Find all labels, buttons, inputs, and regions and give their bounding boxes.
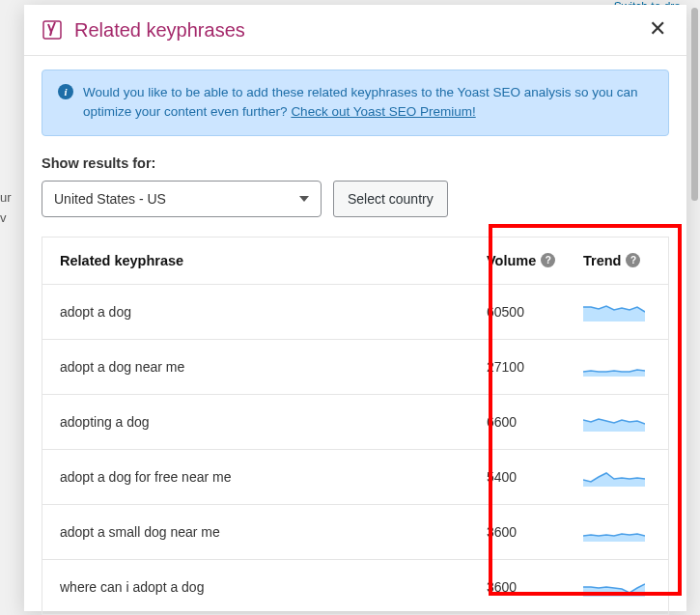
keyphrase-cell: adopt a dog for free near me (60, 469, 487, 485)
trend-chart-icon (583, 522, 645, 542)
trend-cell (583, 412, 651, 432)
volume-cell: 3600 (487, 579, 583, 595)
scrollbar[interactable] (691, 8, 698, 201)
info-banner: i Would you like to be able to add these… (42, 70, 669, 136)
keyphrase-cell: adopting a dog (60, 414, 487, 430)
related-keyphrases-modal: Related keyphrases ✕ i Would you like to… (24, 5, 686, 611)
keyphrase-cell: adopt a dog (60, 304, 487, 320)
help-icon[interactable]: ? (541, 253, 555, 267)
keyphrase-cell: adopt a small dog near me (60, 524, 487, 540)
keyphrase-cell: adopt a dog near me (60, 359, 487, 375)
table-row[interactable]: adopt a dog near me 27100 (42, 340, 668, 395)
trend-cell (583, 577, 651, 597)
modal-body: i Would you like to be able to add these… (24, 56, 686, 615)
modal-header: Related keyphrases ✕ (24, 5, 686, 56)
info-icon: i (58, 84, 73, 99)
trend-chart-icon (583, 302, 645, 321)
table-row[interactable]: adopt a small dog near me 3600 (42, 505, 668, 560)
show-results-label: Show results for: (42, 155, 669, 171)
volume-cell: 3600 (487, 524, 583, 540)
volume-cell: 60500 (487, 304, 583, 320)
trend-chart-icon (583, 357, 645, 377)
close-icon[interactable]: ✕ (646, 18, 669, 42)
table-row[interactable]: adopting a dog 6600 (42, 395, 668, 450)
table-row[interactable]: adopt a dog 60500 (42, 285, 668, 340)
keyphrase-table: Related keyphrase Volume ? Trend ? adopt… (42, 237, 669, 615)
trend-cell (583, 357, 651, 377)
controls-row: United States - US Select country (42, 181, 669, 217)
modal-title: Related keyphrases (74, 19, 646, 42)
trend-chart-icon (583, 412, 645, 432)
country-select[interactable]: United States - US (42, 181, 322, 217)
volume-cell: 5400 (487, 469, 583, 485)
table-header: Related keyphrase Volume ? Trend ? (42, 238, 668, 285)
volume-cell: 27100 (487, 359, 583, 375)
yoast-icon (42, 19, 63, 41)
table-row[interactable]: where can i adopt a dog 3600 (42, 560, 668, 614)
help-icon[interactable]: ? (626, 253, 640, 267)
keyphrase-cell: where can i adopt a dog (60, 579, 487, 595)
background-text: ur v (0, 188, 12, 229)
select-country-button[interactable]: Select country (333, 181, 448, 217)
header-trend: Trend ? (583, 253, 651, 268)
trend-cell (583, 302, 651, 321)
volume-cell: 6600 (487, 414, 583, 430)
table-row[interactable]: adopt a dog for free near me 5400 (42, 450, 668, 505)
info-text: Would you like to be able to add these r… (83, 83, 653, 123)
header-keyphrase: Related keyphrase (60, 253, 487, 268)
header-volume: Volume ? (487, 253, 583, 268)
trend-cell (583, 467, 651, 487)
premium-link[interactable]: Check out Yoast SEO Premium! (291, 104, 475, 119)
trend-chart-icon (583, 467, 645, 487)
trend-chart-icon (583, 577, 645, 597)
trend-cell (583, 522, 651, 542)
